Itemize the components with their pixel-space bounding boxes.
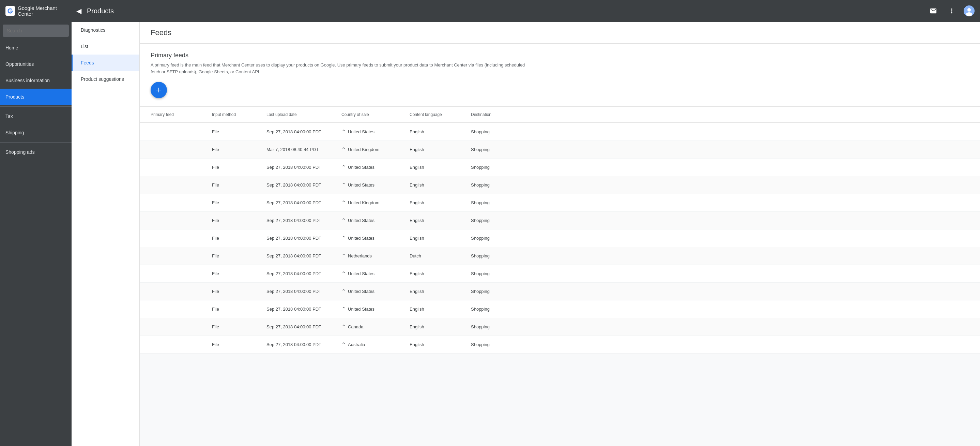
cell-input-method: File: [212, 200, 266, 205]
table-row[interactable]: File Sep 27, 2018 04:00:00 PDT ⌃ United …: [140, 300, 980, 318]
collapse-sidebar-button[interactable]: ◀: [73, 4, 84, 18]
primary-feeds-title: Primary feeds: [151, 52, 969, 59]
more-options-button[interactable]: [945, 5, 958, 18]
table-row[interactable]: File Sep 27, 2018 04:00:00 PDT ⌃ Austral…: [140, 336, 980, 354]
cell-input-method: File: [212, 165, 266, 170]
table-row[interactable]: File Sep 27, 2018 04:00:00 PDT ⌃ Canada …: [140, 318, 980, 336]
cell-country: ⌃ Netherlands: [341, 253, 410, 259]
cell-destination: Shopping: [471, 200, 969, 205]
sub-sidebar-item-product-suggestions[interactable]: Product suggestions: [72, 71, 139, 87]
cell-country: ⌃ United States: [341, 164, 410, 170]
chevron-up-icon: ⌃: [341, 271, 346, 277]
chevron-up-icon: ⌃: [341, 288, 346, 295]
sidebar-item-opportunities[interactable]: Opportunities: [0, 56, 72, 72]
chevron-up-icon: ⌃: [341, 306, 346, 312]
table-row[interactable]: File Sep 27, 2018 04:00:00 PDT ⌃ United …: [140, 123, 980, 141]
header-destination: Destination: [471, 112, 969, 117]
sidebar-item-home[interactable]: Home: [0, 40, 72, 56]
cell-last-upload-date: Sep 27, 2018 04:00:00 PDT: [266, 253, 341, 258]
cell-last-upload-date: Sep 27, 2018 04:00:00 PDT: [266, 236, 341, 241]
add-feed-button[interactable]: [151, 82, 167, 98]
cell-language: English: [410, 307, 471, 312]
cell-last-upload-date: Sep 27, 2018 04:00:00 PDT: [266, 289, 341, 294]
sub-sidebar-item-list[interactable]: List: [72, 38, 139, 54]
svg-point-2: [966, 12, 972, 16]
cell-language: English: [410, 200, 471, 205]
table-row[interactable]: File Sep 27, 2018 04:00:00 PDT ⌃ United …: [140, 283, 980, 300]
cell-language: English: [410, 342, 471, 347]
sidebar-item-tax[interactable]: Tax: [0, 108, 72, 124]
table-row[interactable]: File Sep 27, 2018 04:00:00 PDT ⌃ United …: [140, 159, 980, 176]
cell-country: ⌃ United Kingdom: [341, 146, 410, 153]
cell-destination: Shopping: [471, 324, 969, 330]
sidebar: Home Opportunities Business information …: [0, 22, 72, 446]
chevron-up-icon: ⌃: [341, 235, 346, 241]
chevron-up-icon: ⌃: [341, 182, 346, 188]
cell-input-method: File: [212, 324, 266, 330]
cell-language: English: [410, 165, 471, 170]
mail-button[interactable]: [927, 5, 940, 18]
content-area: Feeds Primary feeds A primary feed is th…: [140, 22, 980, 446]
cell-input-method: File: [212, 342, 266, 347]
cell-input-method: File: [212, 253, 266, 258]
table-row[interactable]: File Sep 27, 2018 04:00:00 PDT ⌃ United …: [140, 229, 980, 247]
cell-last-upload-date: Sep 27, 2018 04:00:00 PDT: [266, 271, 341, 276]
table-row[interactable]: File Sep 27, 2018 04:00:00 PDT ⌃ Netherl…: [140, 247, 980, 265]
cell-country: ⌃ United States: [341, 288, 410, 295]
cell-destination: Shopping: [471, 129, 969, 134]
cell-destination: Shopping: [471, 342, 969, 347]
cell-last-upload-date: Sep 27, 2018 04:00:00 PDT: [266, 200, 341, 205]
cell-language: English: [410, 129, 471, 134]
table-row[interactable]: File Sep 27, 2018 04:00:00 PDT ⌃ United …: [140, 212, 980, 229]
cell-destination: Shopping: [471, 147, 969, 152]
table-row[interactable]: File Sep 27, 2018 04:00:00 PDT ⌃ United …: [140, 176, 980, 194]
topbar-actions: [927, 5, 975, 18]
avatar[interactable]: [964, 5, 975, 16]
cell-input-method: File: [212, 129, 266, 134]
cell-input-method: File: [212, 147, 266, 152]
cell-destination: Shopping: [471, 182, 969, 188]
cell-language: English: [410, 147, 471, 152]
sidebar-item-products[interactable]: Products: [0, 89, 72, 105]
cell-destination: Shopping: [471, 236, 969, 241]
page-title: Products: [84, 7, 927, 15]
cell-input-method: File: [212, 307, 266, 312]
svg-point-1: [967, 8, 971, 11]
sub-sidebar-item-feeds[interactable]: Feeds: [72, 54, 139, 71]
cell-destination: Shopping: [471, 218, 969, 223]
chevron-up-icon: ⌃: [341, 217, 346, 224]
cell-last-upload-date: Sep 27, 2018 04:00:00 PDT: [266, 129, 341, 134]
main-layout: Home Opportunities Business information …: [0, 22, 980, 446]
cell-input-method: File: [212, 236, 266, 241]
header-primary-feed: Primary feed: [151, 112, 212, 117]
cell-country: ⌃ United States: [341, 217, 410, 224]
cell-input-method: File: [212, 271, 266, 276]
primary-feeds-description: A primary feed is the main feed that Mer…: [151, 62, 525, 75]
cell-last-upload-date: Sep 27, 2018 04:00:00 PDT: [266, 324, 341, 330]
chevron-up-icon: ⌃: [341, 253, 346, 259]
sidebar-divider-2: [0, 142, 72, 143]
sub-sidebar-item-diagnostics[interactable]: Diagnostics: [72, 22, 139, 38]
table-row[interactable]: File Sep 27, 2018 04:00:00 PDT ⌃ United …: [140, 194, 980, 212]
cell-input-method: File: [212, 289, 266, 294]
cell-destination: Shopping: [471, 271, 969, 276]
chevron-up-icon: ⌃: [341, 164, 346, 170]
sidebar-item-shipping[interactable]: Shipping: [0, 124, 72, 141]
chevron-up-icon: ⌃: [341, 199, 346, 206]
sidebar-item-business-information[interactable]: Business information: [0, 72, 72, 89]
cell-language: English: [410, 289, 471, 294]
header-content-language: Content language: [410, 112, 471, 117]
sidebar-search: [3, 25, 69, 37]
sidebar-item-shopping-ads[interactable]: Shopping ads: [0, 144, 72, 160]
cell-country: ⌃ United States: [341, 306, 410, 312]
cell-destination: Shopping: [471, 307, 969, 312]
table-row[interactable]: File Sep 27, 2018 04:00:00 PDT ⌃ United …: [140, 265, 980, 283]
chevron-up-icon: ⌃: [341, 146, 346, 153]
cell-input-method: File: [212, 182, 266, 188]
cell-country: ⌃ Canada: [341, 323, 410, 330]
search-input[interactable]: [3, 25, 69, 37]
cell-language: Dutch: [410, 253, 471, 258]
cell-input-method: File: [212, 218, 266, 223]
topbar: Google Merchant Center ◀ Products: [0, 0, 980, 22]
table-row[interactable]: File Mar 7, 2018 08:40:44 PDT ⌃ United K…: [140, 141, 980, 159]
